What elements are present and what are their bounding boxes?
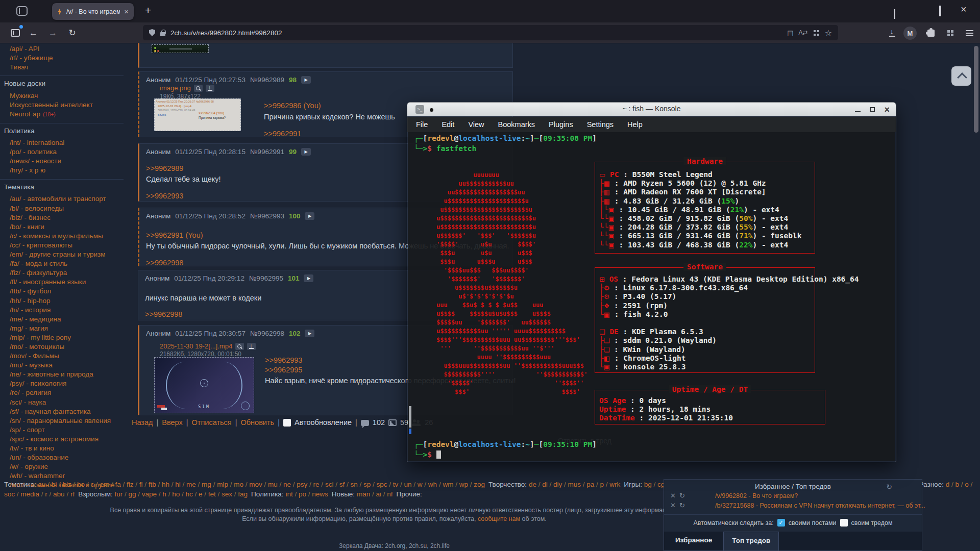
refresh-favorite-icon[interactable]: ↻ (679, 502, 689, 509)
reply-link[interactable]: >>9962998 (146, 259, 183, 267)
footer-board-link[interactable]: fur (114, 490, 122, 498)
sidebar-board-link[interactable]: /tv/ - тв и кино (0, 443, 124, 453)
reply-link[interactable]: >>9962993 (146, 192, 183, 200)
footer-board-link[interactable]: pa (586, 481, 594, 488)
footer-board-link[interactable]: sp (363, 481, 371, 488)
sidebar-board-link[interactable]: /api/ - API (0, 44, 124, 53)
post-image-thumbnail[interactable] (152, 44, 209, 53)
footer-board-link[interactable]: media (20, 490, 39, 498)
footer-board-link[interactable]: int (285, 490, 292, 498)
scroll-to-top-button[interactable] (951, 66, 971, 86)
footer-board-link[interactable]: soc (4, 490, 15, 498)
sidebar-board-link[interactable]: /spc/ - космос и астрономия (0, 434, 124, 443)
footer-board-link[interactable]: wh (428, 481, 437, 488)
footer-board-link[interactable]: de (529, 481, 536, 488)
footer-board-link[interactable]: rf (70, 490, 75, 498)
sidebar-board-link[interactable]: Искусственный интеллект (0, 100, 124, 109)
footer-board-link[interactable]: re (313, 481, 320, 488)
post-id-link[interactable]: №9962991 (250, 148, 284, 156)
thread-nav-link[interactable]: Обновить (241, 418, 275, 427)
footer-board-link[interactable]: sci (325, 481, 334, 488)
post-ordinal[interactable]: 101 (288, 274, 300, 282)
konsole-titlebar[interactable]: >_ ~ : fish — Konsole × (407, 103, 896, 116)
play-post-icon[interactable]: ▶ (301, 76, 311, 84)
footer-board-link[interactable]: wm (443, 481, 453, 488)
play-post-icon[interactable]: ▶ (301, 148, 311, 156)
footer-board-link[interactable]: mlp (217, 481, 228, 488)
play-post-icon[interactable]: ▶ (305, 212, 314, 220)
back-icon[interactable]: ← (27, 26, 40, 40)
thread-nav-link[interactable]: Вверх (162, 418, 182, 427)
bookmark-star-icon[interactable]: ☆ (825, 28, 832, 38)
footer-board-link[interactable]: fiz (127, 481, 134, 488)
footer-board-link[interactable]: ai (376, 490, 381, 498)
sidebar-board-link[interactable]: /un/ - образование (0, 453, 124, 462)
page-scrollbar-thumb[interactable] (974, 46, 978, 133)
file-name-link[interactable]: image.png (160, 84, 191, 92)
post-image-thumbnail[interactable]: Аноним 01/12/25 Пнд 20:26:07 №9962986 98… (154, 98, 241, 131)
window-maximize-icon[interactable] (870, 107, 875, 112)
footer-board-link[interactable]: abu (53, 490, 65, 498)
file-name-link[interactable]: 2025-11-30 19-2[...].mp4 (160, 342, 232, 350)
footer-board-link[interactable]: tv (393, 481, 399, 488)
tracking-protection-shield-icon[interactable] (149, 29, 155, 36)
footer-board-link[interactable]: un (404, 481, 412, 488)
footer-board-link[interactable]: sex (222, 490, 232, 498)
footer-board-link[interactable]: sf (339, 481, 345, 488)
lock-icon[interactable] (160, 32, 165, 36)
menu-item-edit[interactable]: Edit (442, 120, 454, 129)
sidebar-board-link[interactable]: /wm/ - военная техника и оружие (0, 481, 124, 490)
footer-board-link[interactable]: news (312, 490, 328, 498)
sidebar-board-link[interactable]: /hh/ - hip-hop (0, 296, 124, 305)
forward-icon[interactable]: → (46, 26, 60, 40)
refresh-favorite-icon[interactable]: ↻ (679, 492, 689, 499)
footer-board-link[interactable]: bg (644, 481, 652, 488)
post-id-link[interactable]: №9962998 (250, 330, 284, 337)
post-id-link[interactable]: №9962993 (250, 212, 284, 220)
reply-link[interactable]: >>9962995 (265, 366, 302, 374)
menu-hamburger-icon[interactable] (963, 26, 976, 40)
sidebar-board-link[interactable]: /mlp/ - my little pony (0, 333, 124, 342)
play-post-icon[interactable]: ▶ (305, 330, 314, 337)
remove-favorite-icon[interactable]: ✕ (670, 502, 679, 509)
footer-board-link[interactable]: gg (129, 490, 136, 498)
refresh-icon[interactable]: ↻ (886, 483, 892, 491)
sidebar-board-link[interactable]: Тивач (0, 62, 124, 71)
url-text[interactable]: 2ch.su/v/res/9962802.html#9962802 (170, 29, 282, 37)
footer-board-link[interactable]: h (162, 490, 166, 498)
sidebar-board-link[interactable]: /fl/ - иностранные языки (0, 278, 124, 287)
footer-board-link[interactable]: hh (162, 481, 169, 488)
terminal[interactable]: ┌─[redevl@localhost-live:~]─[09:35:08 PM… (408, 132, 895, 461)
autoupdate-checkbox[interactable] (283, 419, 291, 427)
sidebar-board-link[interactable]: /mg/ - магия (0, 323, 124, 333)
reply-link[interactable]: >>9962989 (146, 164, 183, 172)
sidebar-board-link[interactable]: /bi/ - велосипеды (0, 204, 124, 213)
sidebar-board-link[interactable]: /c/ - комиксы и мультфильмы (0, 231, 124, 240)
footer-board-link[interactable]: nf (387, 490, 393, 498)
post-id-link[interactable]: №9962995 (249, 274, 283, 282)
reply-link[interactable]: >>9962991 (You) (146, 231, 203, 239)
footer-board-link[interactable]: wp (459, 481, 468, 488)
menu-item-plugins[interactable]: Plugins (549, 120, 573, 129)
footer-board-link[interactable]: mus (568, 481, 581, 488)
firefox-view-icon[interactable] (16, 6, 28, 16)
sidebar-board-link[interactable]: /ftb/ - футбол (0, 287, 124, 296)
sidebar-board-link[interactable]: /biz/ - бизнес (0, 213, 124, 222)
sidebar-board-link[interactable]: /wh/ - warhammer (0, 471, 124, 481)
sidebar-board-link[interactable]: /int/ - international (0, 138, 124, 147)
zoom-icon[interactable] (235, 343, 244, 350)
footer-board-link[interactable]: spc (376, 481, 387, 488)
footer-board-link[interactable]: mov (249, 481, 262, 488)
sidebar-board-link[interactable]: /sf/ - научная фантастика (0, 407, 124, 416)
sidebar-board-link[interactable]: /w/ - оружие (0, 462, 124, 471)
footer-board-link[interactable]: wrk (609, 481, 620, 488)
watch-own-posts-checkbox[interactable]: ✓ (777, 519, 785, 527)
footer-board-link[interactable]: mo (234, 481, 243, 488)
sidebar-board-link[interactable]: /cc/ - криптовалюты (0, 240, 124, 249)
sidebar-board-link[interactable]: /mo/ - мотоциклы (0, 342, 124, 351)
translate-icon[interactable]: A⇄ (799, 29, 808, 36)
sidebar-board-link[interactable]: /ne/ - животные и природа (0, 370, 124, 379)
sidebar-board-link[interactable]: /mov/ - Фильмы (0, 352, 124, 361)
sidebar-board-link[interactable]: /em/ - другие страны и туризм (0, 250, 124, 259)
footer-board-link[interactable]: o (965, 481, 969, 488)
